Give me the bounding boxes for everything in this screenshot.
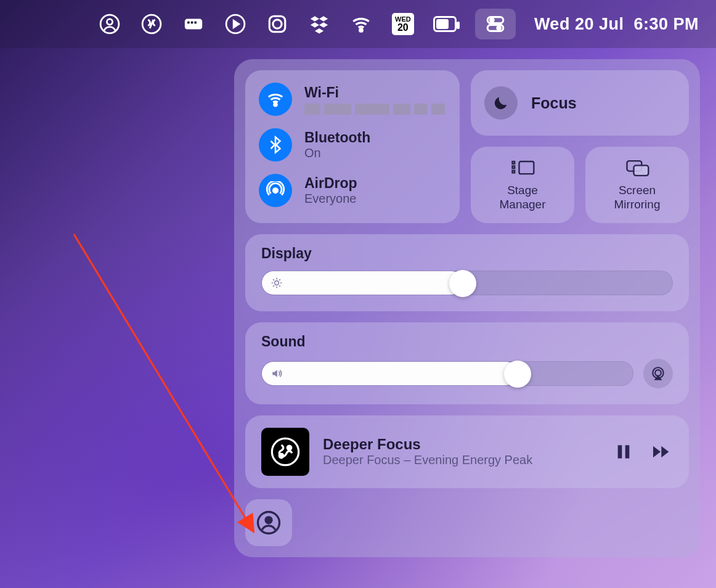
control-center-menu-icon[interactable]: [475, 9, 516, 39]
wifi-menu-icon[interactable]: [349, 12, 373, 36]
display-label: Display: [261, 245, 673, 262]
volume-icon: [271, 367, 283, 380]
battery-menu-icon[interactable]: [433, 12, 457, 36]
next-track-button[interactable]: [648, 442, 673, 462]
svg-point-23: [275, 280, 279, 285]
svg-point-28: [287, 446, 291, 450]
svg-point-10: [360, 29, 363, 32]
now-playing-tile[interactable]: Deeper Focus Deeper Focus – Evening Ener…: [245, 415, 689, 488]
focus-tile[interactable]: Focus: [471, 70, 689, 136]
wifi-title: Wi-Fi: [304, 84, 445, 101]
svg-rect-8: [269, 16, 285, 32]
sound-tile[interactable]: Sound: [245, 322, 689, 404]
svg-point-15: [274, 104, 277, 107]
menu-time: 6:30 PM: [633, 15, 699, 33]
svg-rect-17: [519, 161, 534, 174]
stage-manager-label: Stage Manager: [500, 184, 546, 212]
connectivity-tile[interactable]: Wi-Fi Bluetooth On: [245, 70, 460, 223]
svg-rect-4: [187, 22, 190, 24]
dropbox-menu-icon[interactable]: [307, 12, 331, 36]
svg-point-12: [490, 18, 494, 22]
svg-point-32: [266, 517, 272, 523]
bluetooth-title: Bluetooth: [304, 129, 370, 146]
svg-rect-5: [191, 22, 193, 24]
display-tile[interactable]: Display: [245, 234, 689, 311]
svg-point-25: [655, 370, 661, 376]
volume-slider[interactable]: [261, 361, 633, 386]
svg-point-26: [272, 438, 298, 465]
wifi-network-redacted: [304, 104, 445, 115]
calendar-num: 20: [397, 23, 409, 33]
menu-datetime[interactable]: Wed 20 Jul 6:30 PM: [534, 15, 699, 34]
svg-point-1: [107, 19, 112, 25]
stage-manager-icon: [509, 158, 536, 179]
album-art: [261, 428, 309, 476]
bluetooth-status: On: [304, 146, 370, 160]
sound-label: Sound: [261, 333, 673, 350]
brightness-icon: [271, 277, 283, 289]
svg-rect-30: [625, 445, 630, 458]
airplay-audio-button[interactable]: [643, 359, 673, 388]
svg-rect-18: [513, 161, 515, 164]
app-menu-icon[interactable]: [140, 12, 163, 36]
svg-rect-22: [634, 165, 649, 176]
svg-rect-3: [185, 19, 202, 30]
svg-point-27: [279, 454, 283, 458]
user-menu-icon[interactable]: [98, 12, 121, 36]
airdrop-row[interactable]: AirDrop Everyone: [259, 174, 446, 207]
screen-mirroring-icon: [624, 158, 651, 179]
moon-icon: [484, 86, 518, 120]
svg-point-16: [273, 188, 278, 193]
wifi-row[interactable]: Wi-Fi: [259, 83, 446, 116]
pause-button[interactable]: [614, 442, 633, 462]
media-subtitle: Deeper Focus – Evening Energy Peak: [323, 453, 600, 467]
stage-manager-tile[interactable]: Stage Manager: [471, 147, 574, 223]
wifi-icon: [259, 83, 292, 116]
screen-mirroring-tile[interactable]: Screen Mirroring: [585, 147, 689, 223]
accessibility-shortcuts-tile[interactable]: [245, 499, 292, 546]
svg-rect-29: [618, 445, 622, 458]
svg-rect-20: [513, 171, 515, 173]
screenshot-menu-icon[interactable]: [266, 12, 289, 36]
keyboard-input-icon[interactable]: [182, 12, 205, 36]
play-menu-icon[interactable]: [224, 12, 247, 36]
bluetooth-icon: [259, 128, 292, 161]
airdrop-icon: [259, 174, 292, 207]
focus-label: Focus: [531, 94, 577, 112]
control-center-panel: Wi-Fi Bluetooth On: [234, 59, 700, 557]
svg-point-14: [497, 27, 501, 30]
airdrop-status: Everyone: [304, 192, 357, 206]
menu-date: Wed 20 Jul: [534, 15, 624, 33]
svg-rect-19: [513, 166, 515, 168]
bluetooth-row[interactable]: Bluetooth On: [259, 128, 446, 161]
airdrop-title: AirDrop: [304, 175, 357, 192]
svg-line-33: [74, 234, 253, 530]
screen-mirroring-label: Screen Mirroring: [614, 184, 661, 212]
calendar-day: WED: [395, 16, 411, 23]
media-title: Deeper Focus: [323, 436, 600, 453]
calendar-menu-icon[interactable]: WED20: [391, 12, 415, 36]
svg-rect-6: [194, 22, 197, 24]
svg-point-9: [273, 20, 282, 28]
brightness-slider[interactable]: [261, 271, 673, 295]
menu-bar: WED20 Wed 20 Jul 6:30 PM: [0, 0, 716, 48]
